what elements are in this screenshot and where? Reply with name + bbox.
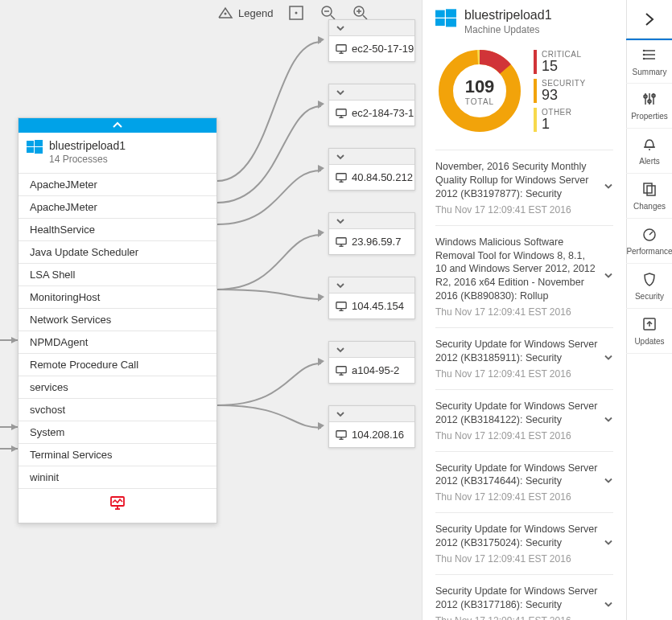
process-list: ApacheJMeterApacheJMeterHealthServiceJav… [19,174,216,489]
chevron-down-icon [336,409,345,419]
process-item[interactable]: services [19,376,216,399]
svg-rect-51 [435,10,445,18]
process-item[interactable]: Network Services [19,309,216,331]
remote-label: 104.208.16 [352,429,404,441]
process-item[interactable]: svchost [19,399,216,421]
chevron-down-icon [604,599,613,611]
machine-card[interactable]: bluestripeload1 14 Processes ApacheJMete… [18,117,217,524]
tab-alerts[interactable]: Alerts [626,129,672,174]
update-item[interactable]: Security Update for Windows Server 2012 … [435,452,613,514]
remote-collapse[interactable] [329,406,414,422]
summary-icon [641,47,658,65]
svg-rect-39 [336,237,346,244]
update-item[interactable]: Security Update for Windows Server 2012 … [435,390,613,452]
zoom-in-icon [352,5,369,21]
expand-panel-button[interactable] [627,0,672,39]
update-item[interactable]: Security Update for Windows Server 2012 … [435,513,613,575]
legend-row: SECURITY93 [534,79,586,103]
update-date: Thu Nov 17 12:09:41 EST 2016 [435,553,613,565]
remote-collapse[interactable] [329,84,414,101]
tab-summary[interactable]: Summary [626,39,672,84]
remote-collapse[interactable] [329,277,414,294]
update-item[interactable]: Windows Malicious Software Removal Tool … [435,226,613,328]
remote-node[interactable]: 40.84.50.212 [328,148,415,191]
legend-row: OTHER1 [534,108,586,132]
details-panel: bluestripeload1 Machine Updates 109 TOTA… [422,0,626,620]
tab-label: Properties [631,112,668,121]
svg-marker-2 [318,165,324,173]
legend-value: 1 [542,117,572,131]
svg-marker-12 [11,445,18,452]
update-title: Security Update for Windows Server 2012 … [435,523,613,550]
process-item[interactable]: ApacheJMeter [19,196,216,219]
performance-icon [641,226,658,244]
chevron-right-icon [642,12,657,27]
machine-footer [19,489,216,523]
fit-to-screen-button[interactable] [287,4,305,22]
remote-node[interactable]: 104.45.154 [328,277,415,319]
tab-properties[interactable]: Properties [626,84,672,129]
process-item[interactable]: HealthService [19,219,216,241]
remote-collapse[interactable] [329,149,414,165]
zoom-out-icon [320,5,336,21]
monitor-icon [336,43,347,55]
legend-button[interactable]: Legend [217,5,273,21]
donut-legend: CRITICAL15SECURITY93OTHER1 [534,50,586,132]
svg-marker-5 [318,358,324,366]
update-item[interactable]: Security Update for Windows Server 2012 … [435,575,613,620]
update-title: Security Update for Windows Server 2012 … [435,338,613,365]
process-item[interactable]: LSA Shell [19,264,216,286]
tab-changes[interactable]: Changes [626,174,672,219]
process-item[interactable]: ApacheJMeter [19,174,216,196]
remote-node[interactable]: 23.96.59.7 [328,212,415,255]
svg-rect-23 [27,141,34,146]
remote-collapse[interactable] [329,342,414,358]
remote-collapse[interactable] [329,213,414,229]
panel-subtitle: Machine Updates [464,24,552,35]
update-title: Security Update for Windows Server 2012 … [435,462,613,489]
tab-label: Alerts [639,157,660,166]
svg-point-62 [644,55,645,55]
remote-body: ec2-50-17-19 [329,36,414,61]
tab-updates[interactable]: Updates [626,309,672,354]
changes-icon [641,181,658,199]
remote-collapse[interactable] [329,20,414,36]
process-item[interactable]: wininit [19,466,216,489]
remote-node[interactable]: a104-95-2 [328,341,415,384]
tab-label: Changes [633,202,666,211]
update-item[interactable]: Security Update for Windows Server 2012 … [435,328,613,390]
svg-rect-30 [336,44,346,51]
process-item[interactable]: MonitoringHost [19,286,216,309]
svg-point-63 [644,59,645,60]
process-item[interactable]: Java Update Scheduler [19,241,216,264]
svg-point-13 [225,13,227,15]
remote-node[interactable]: ec2-50-17-19 [328,19,415,62]
machine-collapse-bar[interactable] [19,118,216,133]
tab-security[interactable]: Security [626,264,672,309]
tab-performance[interactable]: Performance [626,219,672,264]
remote-label: ec2-184-73-1 [352,107,414,119]
updates-list: November, 2016 Security Monthly Quality … [435,150,613,620]
process-item[interactable]: System [19,421,216,444]
chevron-down-icon [336,345,345,355]
monitor-icon [336,365,347,376]
remote-body: 40.84.50.212 [329,165,414,190]
svg-marker-10 [11,424,18,430]
update-item[interactable]: November, 2016 Security Monthly Quality … [435,150,613,226]
monitor-icon [336,108,347,119]
svg-rect-36 [336,173,346,179]
svg-rect-25 [27,147,34,153]
remote-body: a104-95-2 [329,358,414,383]
process-item[interactable]: Remote Procedure Call [19,354,216,376]
update-title: November, 2016 Security Monthly Quality … [435,160,613,201]
updates-icon [641,316,658,335]
svg-marker-3 [318,229,324,237]
service-map-canvas[interactable]: Legend bluestripeload1 14 Processes Apac… [0,0,672,620]
svg-rect-73 [647,186,655,195]
chevron-down-icon [336,281,345,290]
process-item[interactable]: Terminal Services [19,444,216,466]
process-item[interactable]: NPMDAgent [19,331,216,354]
remote-node[interactable]: 104.208.16 [328,405,415,448]
remote-node[interactable]: ec2-184-73-1 [328,84,415,126]
remote-body: 104.45.154 [329,294,414,318]
